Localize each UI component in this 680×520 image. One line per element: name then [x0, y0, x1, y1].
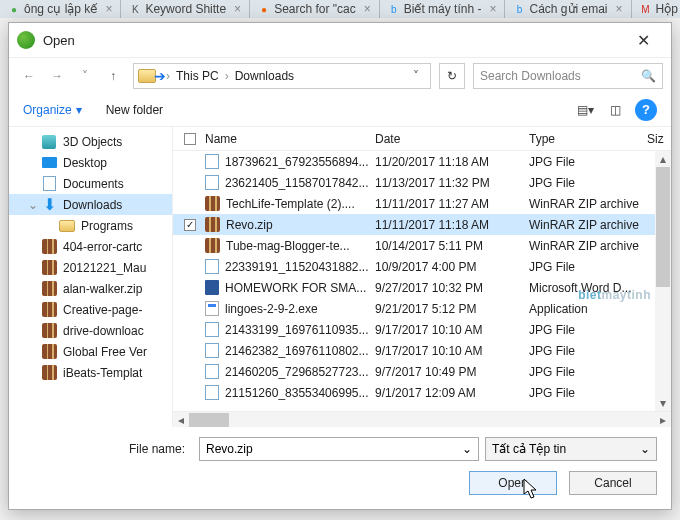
file-row[interactable]: 21462382_16976110802... 9/17/2017 10:10 … [173, 340, 671, 361]
scroll-up-icon[interactable]: ▴ [655, 151, 671, 167]
search-input[interactable]: Search Downloads 🔍 [473, 63, 663, 89]
header-type[interactable]: Type [529, 132, 647, 146]
tree-item[interactable]: alan-walker.zip [9, 278, 172, 299]
header-name[interactable]: Name [203, 132, 375, 146]
tree-item[interactable]: 404-error-cartc [9, 236, 172, 257]
tab-close-icon[interactable]: × [234, 2, 241, 16]
file-icon [205, 322, 219, 337]
view-mode-icon[interactable]: ▤▾ [571, 99, 599, 121]
browser-tab[interactable]: bBiết máy tính -× [380, 0, 506, 18]
file-row[interactable]: lingoes-2-9-2.exe 9/21/2017 5:12 PM Appl… [173, 298, 671, 319]
tab-close-icon[interactable]: × [489, 2, 496, 16]
file-row[interactable]: Revo.zip 11/11/2017 11:18 AM WinRAR ZIP … [173, 214, 671, 235]
open-button[interactable]: Open [469, 471, 557, 495]
hscroll-thumb[interactable] [189, 413, 229, 427]
chevron-down-icon[interactable]: ⌄ [640, 442, 650, 456]
file-date: 9/27/2017 10:32 PM [375, 281, 529, 295]
filetype-select[interactable]: Tất cả Tệp tin ⌄ [485, 437, 657, 461]
tab-close-icon[interactable]: × [364, 2, 371, 16]
tree-item[interactable]: Documents [9, 173, 172, 194]
file-row[interactable]: 23621405_11587017842... 11/13/2017 11:32… [173, 172, 671, 193]
chevron-down-icon: ▾ [76, 103, 82, 117]
browser-tab[interactable]: bCách gửi emai× [505, 0, 631, 18]
tree-item[interactable]: Creative-page- [9, 299, 172, 320]
scroll-left-icon[interactable]: ◂ [173, 412, 189, 427]
scroll-thumb[interactable] [656, 167, 670, 287]
browser-tab[interactable]: ●ông cụ lập kế× [0, 0, 121, 18]
file-name: 21151260_83553406995... [225, 386, 368, 400]
cancel-button[interactable]: Cancel [569, 471, 657, 495]
file-row[interactable]: 21433199_16976110935... 9/17/2017 10:10 … [173, 319, 671, 340]
file-type: JPG File [529, 344, 647, 358]
header-date[interactable]: Date [375, 132, 529, 146]
favicon-icon: M [640, 3, 652, 15]
file-date: 9/7/2017 10:49 PM [375, 365, 529, 379]
tree-label: alan-walker.zip [63, 282, 142, 296]
vertical-scrollbar[interactable]: ▴ ▾ [655, 151, 671, 411]
file-row[interactable]: HOMEWORK FOR SMA... 9/27/2017 10:32 PM M… [173, 277, 671, 298]
zip-icon [41, 366, 57, 380]
file-icon [205, 175, 219, 190]
zip-icon [41, 345, 57, 359]
file-row[interactable]: 21151260_83553406995... 9/1/2017 12:09 A… [173, 382, 671, 403]
select-all-checkbox[interactable] [184, 133, 196, 145]
recent-dropdown-icon[interactable]: ˅ [73, 64, 97, 88]
new-folder-button[interactable]: New folder [106, 103, 163, 117]
file-icon [205, 196, 220, 211]
crumb-downloads[interactable]: Downloads [229, 67, 300, 85]
organize-button[interactable]: Organize▾ [23, 103, 82, 117]
file-name: 21433199_16976110935... [225, 323, 368, 337]
breadcrumb[interactable]: ➔ › This PC › Downloads ˅ [133, 63, 431, 89]
navigation-pane[interactable]: 3D ObjectsDesktopDocuments⌄⬇DownloadsPro… [9, 127, 173, 427]
tab-close-icon[interactable]: × [616, 2, 623, 16]
preview-pane-icon[interactable]: ◫ [601, 99, 629, 121]
file-type: JPG File [529, 386, 647, 400]
column-headers[interactable]: Name Date Type Siz [173, 127, 671, 151]
file-row[interactable]: 21460205_72968527723... 9/7/2017 10:49 P… [173, 361, 671, 382]
tree-item[interactable]: Programs [9, 215, 172, 236]
browser-tab[interactable]: MHộp× [632, 0, 680, 18]
file-date: 9/1/2017 12:09 AM [375, 386, 529, 400]
file-date: 11/11/2017 11:18 AM [375, 218, 529, 232]
tree-label: 404-error-cartc [63, 240, 142, 254]
close-icon[interactable]: ✕ [623, 31, 663, 50]
tree-item[interactable]: 3D Objects [9, 131, 172, 152]
tree-label: Downloads [63, 198, 122, 212]
scroll-right-icon[interactable]: ▸ [655, 412, 671, 427]
file-type: JPG File [529, 323, 647, 337]
file-icon [205, 343, 219, 358]
horizontal-scrollbar[interactable]: ◂ ▸ [173, 411, 671, 427]
file-row[interactable]: 22339191_11520431882... 10/9/2017 4:00 P… [173, 256, 671, 277]
tree-item[interactable]: drive-downloac [9, 320, 172, 341]
tree-item[interactable]: iBeats-Templat [9, 362, 172, 383]
browser-tab[interactable]: KKeyword Shitte× [121, 0, 250, 18]
tree-item[interactable]: 20121221_Mau [9, 257, 172, 278]
favicon-icon: K [129, 3, 141, 15]
file-row[interactable]: TechLife-Template (2).... 11/11/2017 11:… [173, 193, 671, 214]
tree-item[interactable]: ⌄⬇Downloads [9, 194, 172, 215]
tree-item[interactable]: Desktop [9, 152, 172, 173]
tab-close-icon[interactable]: × [105, 2, 112, 16]
zip-icon [41, 303, 57, 317]
help-icon[interactable]: ? [635, 99, 657, 121]
row-checkbox[interactable] [184, 219, 196, 231]
twisty-icon[interactable]: ⌄ [27, 198, 39, 212]
file-type: JPG File [529, 260, 647, 274]
folder-icon[interactable]: ➔ [138, 68, 166, 84]
file-row[interactable]: 18739621_67923556894... 11/20/2017 11:18… [173, 151, 671, 172]
chevron-down-icon[interactable]: ⌄ [462, 442, 472, 456]
header-size[interactable]: Siz [647, 132, 671, 146]
breadcrumb-dropdown-icon[interactable]: ˅ [406, 69, 426, 83]
browser-tab[interactable]: ●Search for "cac× [250, 0, 380, 18]
up-icon[interactable]: ↑ [101, 64, 125, 88]
app-icon [17, 31, 35, 49]
file-date: 9/17/2017 10:10 AM [375, 323, 529, 337]
back-icon[interactable]: ← [17, 64, 41, 88]
scroll-down-icon[interactable]: ▾ [655, 395, 671, 411]
tree-item[interactable]: Global Free Ver [9, 341, 172, 362]
filename-input[interactable]: Revo.zip ⌄ [199, 437, 479, 461]
crumb-this-pc[interactable]: This PC [170, 67, 225, 85]
file-row[interactable]: Tube-mag-Blogger-te... 10/14/2017 5:11 P… [173, 235, 671, 256]
refresh-icon[interactable]: ↻ [439, 63, 465, 89]
zip-icon [41, 324, 57, 338]
